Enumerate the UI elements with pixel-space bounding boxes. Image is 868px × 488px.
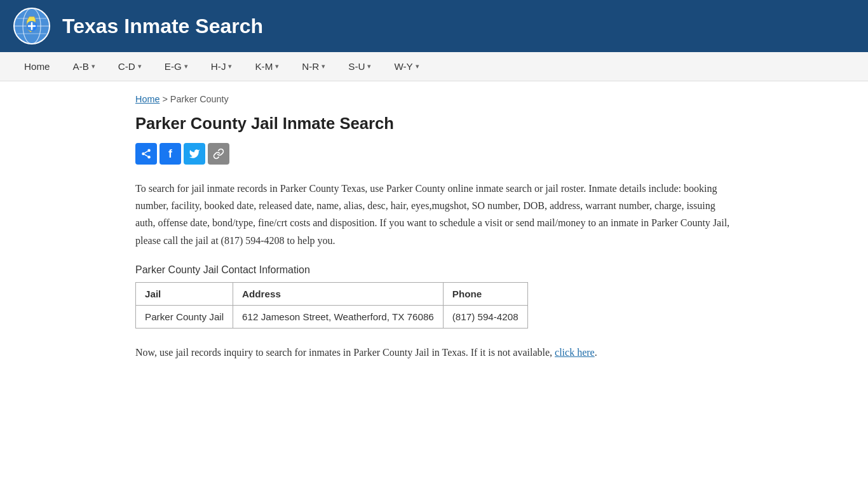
nav-home[interactable]: Home	[13, 52, 62, 81]
nav-wy[interactable]: W-Y ▾	[383, 52, 430, 81]
nav-ab-caret: ▾	[92, 62, 95, 71]
breadcrumb: Home > Parker County	[135, 94, 733, 104]
nav-km[interactable]: K-M ▾	[243, 52, 290, 81]
page-title: Parker County Jail Inmate Search	[135, 114, 733, 133]
navbar: Home A-B ▾ C-D ▾ E-G ▾ H-J ▾ K-M ▾ N-R ▾…	[0, 52, 868, 81]
copy-link-button[interactable]	[208, 143, 229, 165]
share-button[interactable]	[135, 143, 157, 165]
nav-km-caret: ▾	[275, 62, 279, 71]
facebook-icon: f	[168, 147, 172, 161]
nav-cd-caret: ▾	[138, 62, 142, 71]
svg-line-11	[144, 154, 147, 156]
social-buttons: f	[135, 143, 733, 165]
nav-nr-caret: ▾	[322, 62, 325, 71]
nav-eg-caret: ▾	[184, 62, 188, 71]
table-header-jail: Jail	[136, 282, 233, 305]
contact-info-label: Parker County Jail Contact Information	[135, 264, 733, 276]
nav-su-caret: ▾	[367, 62, 371, 71]
main-content: Home > Parker County Parker County Jail …	[116, 81, 752, 386]
footer-period: .	[595, 347, 597, 358]
breadcrumb-home-link[interactable]: Home	[135, 94, 159, 104]
nav-wy-caret: ▾	[416, 62, 419, 71]
breadcrumb-separator: >	[162, 94, 167, 104]
nav-su[interactable]: S-U ▾	[337, 52, 383, 81]
footer-text: Now, use jail records inquiry to search …	[135, 344, 733, 361]
site-logo	[13, 7, 51, 45]
facebook-button[interactable]: f	[159, 143, 181, 165]
twitter-button[interactable]	[184, 143, 205, 165]
footer-text-before-link: Now, use jail records inquiry to search …	[135, 347, 555, 358]
nav-ab[interactable]: A-B ▾	[62, 52, 107, 81]
table-header-phone: Phone	[443, 282, 527, 305]
nav-hj[interactable]: H-J ▾	[200, 52, 244, 81]
click-here-link[interactable]: click here	[555, 347, 595, 358]
svg-point-10	[147, 156, 151, 159]
svg-point-8	[147, 149, 151, 152]
nav-nr[interactable]: N-R ▾	[290, 52, 337, 81]
table-cell-address: 612 Jameson Street, Weatherford, TX 7608…	[233, 305, 444, 328]
breadcrumb-current: Parker County	[170, 94, 229, 104]
nav-hj-caret: ▾	[228, 62, 232, 71]
header: Texas Inmate Search	[0, 0, 868, 52]
nav-eg[interactable]: E-G ▾	[153, 52, 200, 81]
svg-line-12	[144, 151, 147, 153]
table-header-address: Address	[233, 282, 444, 305]
site-title: Texas Inmate Search	[62, 15, 263, 38]
table-cell-phone: (817) 594-4208	[443, 305, 527, 328]
jail-contact-table: Jail Address Phone Parker County Jail 61…	[135, 282, 528, 329]
description-text: To search for jail inmate records in Par…	[135, 180, 733, 249]
table-row: Parker County Jail 612 Jameson Street, W…	[136, 305, 528, 328]
table-cell-jail-name: Parker County Jail	[136, 305, 233, 328]
nav-cd[interactable]: C-D ▾	[107, 52, 153, 81]
svg-point-9	[142, 152, 145, 156]
